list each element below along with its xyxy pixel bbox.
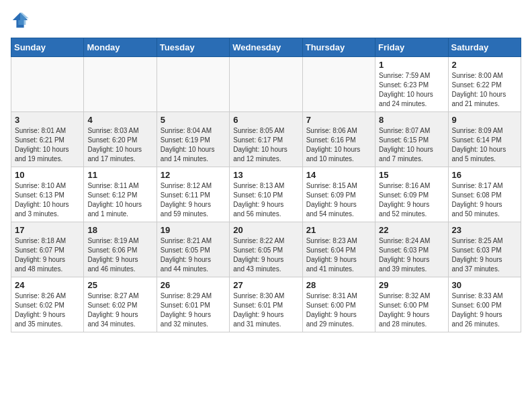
calendar-day: 28Sunrise: 8:31 AM Sunset: 6:00 PM Dayli…	[302, 277, 375, 332]
day-info: Sunrise: 8:22 AM Sunset: 6:05 PM Dayligh…	[233, 236, 298, 274]
calendar-day: 8Sunrise: 8:07 AM Sunset: 6:15 PM Daylig…	[375, 112, 448, 167]
calendar-day: 19Sunrise: 8:21 AM Sunset: 6:05 PM Dayli…	[157, 222, 229, 277]
calendar-day	[302, 57, 375, 112]
day-number: 14	[306, 170, 371, 180]
calendar-week-2: 3Sunrise: 8:01 AM Sunset: 6:21 PM Daylig…	[11, 112, 521, 167]
calendar-day: 4Sunrise: 8:03 AM Sunset: 6:20 PM Daylig…	[84, 112, 157, 167]
day-info: Sunrise: 8:17 AM Sunset: 6:08 PM Dayligh…	[452, 181, 517, 219]
weekday-header-thursday: Thursday	[302, 38, 375, 57]
day-number: 6	[233, 115, 298, 125]
day-number: 22	[379, 225, 444, 235]
day-number: 27	[233, 280, 298, 290]
day-number: 12	[161, 170, 226, 180]
day-info: Sunrise: 8:09 AM Sunset: 6:14 PM Dayligh…	[452, 126, 517, 164]
day-info: Sunrise: 8:31 AM Sunset: 6:00 PM Dayligh…	[306, 291, 371, 329]
day-info: Sunrise: 8:26 AM Sunset: 6:02 PM Dayligh…	[15, 291, 80, 329]
day-number: 7	[306, 115, 371, 125]
day-info: Sunrise: 8:33 AM Sunset: 6:00 PM Dayligh…	[452, 291, 517, 329]
day-number: 20	[233, 225, 298, 235]
day-number: 1	[379, 60, 444, 70]
calendar-day	[230, 57, 302, 112]
day-number: 19	[161, 225, 226, 235]
day-info: Sunrise: 8:13 AM Sunset: 6:10 PM Dayligh…	[233, 181, 298, 219]
weekday-header-tuesday: Tuesday	[157, 38, 229, 57]
calendar-day	[11, 57, 84, 112]
day-info: Sunrise: 8:06 AM Sunset: 6:16 PM Dayligh…	[306, 126, 371, 164]
day-info: Sunrise: 8:12 AM Sunset: 6:11 PM Dayligh…	[161, 181, 226, 219]
calendar-day: 17Sunrise: 8:18 AM Sunset: 6:07 PM Dayli…	[11, 222, 84, 277]
day-number: 18	[87, 225, 152, 235]
day-number: 30	[452, 280, 517, 290]
day-number: 8	[379, 115, 444, 125]
day-info: Sunrise: 8:11 AM Sunset: 6:12 PM Dayligh…	[87, 181, 152, 219]
day-info: Sunrise: 8:23 AM Sunset: 6:04 PM Dayligh…	[306, 236, 371, 274]
day-info: Sunrise: 8:24 AM Sunset: 6:03 PM Dayligh…	[379, 236, 444, 274]
weekday-header-friday: Friday	[375, 38, 448, 57]
calendar-day: 13Sunrise: 8:13 AM Sunset: 6:10 PM Dayli…	[230, 167, 302, 222]
day-info: Sunrise: 8:25 AM Sunset: 6:03 PM Dayligh…	[452, 236, 517, 274]
day-info: Sunrise: 8:15 AM Sunset: 6:09 PM Dayligh…	[306, 181, 371, 219]
day-info: Sunrise: 8:32 AM Sunset: 6:00 PM Dayligh…	[379, 291, 444, 329]
calendar-day: 7Sunrise: 8:06 AM Sunset: 6:16 PM Daylig…	[302, 112, 375, 167]
calendar-week-1: 1Sunrise: 7:59 AM Sunset: 6:23 PM Daylig…	[11, 57, 521, 112]
calendar-week-5: 24Sunrise: 8:26 AM Sunset: 6:02 PM Dayli…	[11, 277, 521, 332]
day-info: Sunrise: 8:01 AM Sunset: 6:21 PM Dayligh…	[15, 126, 80, 164]
calendar-day: 29Sunrise: 8:32 AM Sunset: 6:00 PM Dayli…	[375, 277, 448, 332]
day-number: 5	[161, 115, 226, 125]
weekday-header-monday: Monday	[84, 38, 157, 57]
logo-icon	[11, 11, 30, 30]
calendar-day: 14Sunrise: 8:15 AM Sunset: 6:09 PM Dayli…	[302, 167, 375, 222]
calendar-day: 26Sunrise: 8:29 AM Sunset: 6:01 PM Dayli…	[157, 277, 229, 332]
day-number: 26	[161, 280, 226, 290]
calendar-day: 23Sunrise: 8:25 AM Sunset: 6:03 PM Dayli…	[448, 222, 521, 277]
day-number: 3	[15, 115, 80, 125]
day-info: Sunrise: 8:29 AM Sunset: 6:01 PM Dayligh…	[161, 291, 226, 329]
weekday-header-row: SundayMondayTuesdayWednesdayThursdayFrid…	[11, 38, 521, 57]
day-info: Sunrise: 8:10 AM Sunset: 6:13 PM Dayligh…	[15, 181, 80, 219]
day-number: 23	[452, 225, 517, 235]
calendar-day: 30Sunrise: 8:33 AM Sunset: 6:00 PM Dayli…	[448, 277, 521, 332]
weekday-header-saturday: Saturday	[448, 38, 521, 57]
day-number: 29	[379, 280, 444, 290]
calendar-day: 18Sunrise: 8:19 AM Sunset: 6:06 PM Dayli…	[84, 222, 157, 277]
day-number: 13	[233, 170, 298, 180]
day-info: Sunrise: 7:59 AM Sunset: 6:23 PM Dayligh…	[379, 71, 444, 109]
calendar-day	[84, 57, 157, 112]
calendar-day: 12Sunrise: 8:12 AM Sunset: 6:11 PM Dayli…	[157, 167, 229, 222]
calendar-day: 11Sunrise: 8:11 AM Sunset: 6:12 PM Dayli…	[84, 167, 157, 222]
calendar-day: 20Sunrise: 8:22 AM Sunset: 6:05 PM Dayli…	[230, 222, 302, 277]
day-number: 10	[15, 170, 80, 180]
calendar-day: 22Sunrise: 8:24 AM Sunset: 6:03 PM Dayli…	[375, 222, 448, 277]
weekday-header-wednesday: Wednesday	[230, 38, 302, 57]
calendar-day: 15Sunrise: 8:16 AM Sunset: 6:09 PM Dayli…	[375, 167, 448, 222]
calendar-day: 3Sunrise: 8:01 AM Sunset: 6:21 PM Daylig…	[11, 112, 84, 167]
calendar-day: 21Sunrise: 8:23 AM Sunset: 6:04 PM Dayli…	[302, 222, 375, 277]
logo	[11, 11, 32, 30]
day-number: 17	[15, 225, 80, 235]
day-info: Sunrise: 8:03 AM Sunset: 6:20 PM Dayligh…	[87, 126, 152, 164]
calendar-day: 1Sunrise: 7:59 AM Sunset: 6:23 PM Daylig…	[375, 57, 448, 112]
calendar-day: 2Sunrise: 8:00 AM Sunset: 6:22 PM Daylig…	[448, 57, 521, 112]
calendar-day: 6Sunrise: 8:05 AM Sunset: 6:17 PM Daylig…	[230, 112, 302, 167]
day-number: 21	[306, 225, 371, 235]
day-info: Sunrise: 8:21 AM Sunset: 6:05 PM Dayligh…	[161, 236, 226, 274]
day-number: 2	[452, 60, 517, 70]
day-number: 9	[452, 115, 517, 125]
day-number: 25	[87, 280, 152, 290]
day-number: 15	[379, 170, 444, 180]
day-info: Sunrise: 8:16 AM Sunset: 6:09 PM Dayligh…	[379, 181, 444, 219]
day-info: Sunrise: 8:04 AM Sunset: 6:19 PM Dayligh…	[161, 126, 226, 164]
calendar-week-4: 17Sunrise: 8:18 AM Sunset: 6:07 PM Dayli…	[11, 222, 521, 277]
day-info: Sunrise: 8:00 AM Sunset: 6:22 PM Dayligh…	[452, 71, 517, 109]
day-info: Sunrise: 8:05 AM Sunset: 6:17 PM Dayligh…	[233, 126, 298, 164]
day-info: Sunrise: 8:18 AM Sunset: 6:07 PM Dayligh…	[15, 236, 80, 274]
day-number: 16	[452, 170, 517, 180]
day-info: Sunrise: 8:30 AM Sunset: 6:01 PM Dayligh…	[233, 291, 298, 329]
calendar-table: SundayMondayTuesdayWednesdayThursdayFrid…	[11, 38, 521, 332]
calendar-day: 25Sunrise: 8:27 AM Sunset: 6:02 PM Dayli…	[84, 277, 157, 332]
day-info: Sunrise: 8:27 AM Sunset: 6:02 PM Dayligh…	[87, 291, 152, 329]
calendar-day: 9Sunrise: 8:09 AM Sunset: 6:14 PM Daylig…	[448, 112, 521, 167]
calendar-day: 24Sunrise: 8:26 AM Sunset: 6:02 PM Dayli…	[11, 277, 84, 332]
page-header	[11, 11, 521, 30]
day-number: 11	[87, 170, 152, 180]
